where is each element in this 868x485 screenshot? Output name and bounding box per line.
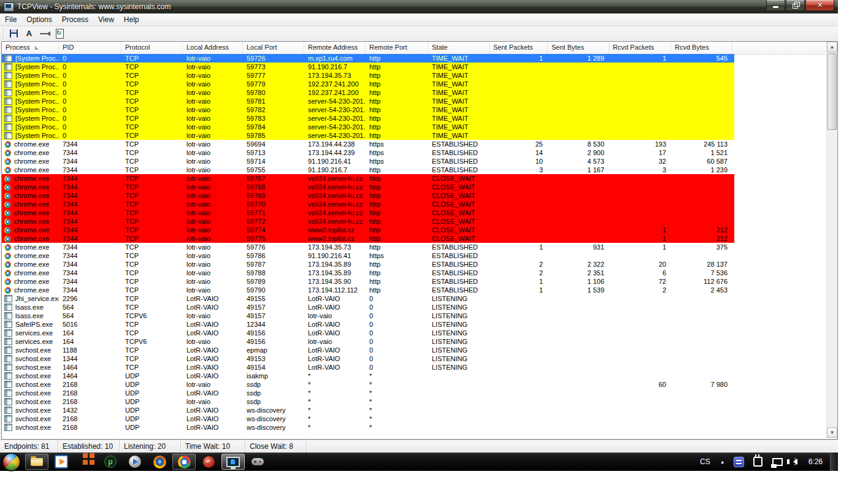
menu-item-view[interactable]: View <box>93 14 119 25</box>
table-row[interactable]: [System Proc...0TCPlotr-vaio59779192.237… <box>2 80 734 88</box>
table-row[interactable]: chrome.exe7344TCPlotr-vaio59767vs924.ser… <box>2 174 734 183</box>
table-row[interactable]: [System Proc...0TCPlotr-vaio59780192.237… <box>2 88 734 97</box>
menu-item-process[interactable]: Process <box>57 14 93 25</box>
show-desktop-button[interactable] <box>830 453 838 471</box>
title-bar[interactable]: TCPView - Sysinternals: www.sysinternals… <box>0 0 838 13</box>
volume-icon[interactable] <box>793 459 797 465</box>
table-row[interactable]: services.exe164TCPLotR-VAIO49156LotR-VAI… <box>2 329 734 337</box>
table-row[interactable]: chrome.exe7344TCPlotr-vaio59770vs924.ser… <box>2 200 734 208</box>
column-header-process[interactable]: Process◣ <box>2 42 59 54</box>
restore-button[interactable] <box>786 0 805 11</box>
firefox-taskbar-button[interactable] <box>148 454 171 470</box>
table-row[interactable]: chrome.exe7344TCPlotr-vaio59790173.194.1… <box>2 286 734 294</box>
column-header-local-port[interactable]: Local Port <box>243 42 304 54</box>
process-cell: svchost.exe <box>2 346 59 354</box>
local-port-cell: 49156 <box>243 337 304 346</box>
scrollbar-thumb[interactable] <box>828 53 837 130</box>
table-row[interactable]: [System Proc...0TCPlotr-vaio59785server-… <box>2 131 734 140</box>
table-row[interactable]: svchost.exe1188TCPLotR-VAIOepmapLotR-VAI… <box>2 346 734 354</box>
ime-icon[interactable] <box>734 457 744 467</box>
table-row[interactable]: chrome.exe7344TCPlotr-vaio59771vs924.ser… <box>2 208 734 217</box>
rcvd-packets-cell: 3 <box>609 166 671 174</box>
column-header-rcvd-packets[interactable]: Rcvd Packets <box>609 42 671 54</box>
table-row[interactable]: services.exe164TCPV6lotr-vaio49156lotr-v… <box>2 337 734 346</box>
minimize-button[interactable] <box>766 0 785 11</box>
table-row[interactable]: [System Proc...0TCPlotr-vaio59783server-… <box>2 114 734 123</box>
table-row[interactable]: lsass.exe564TCPLotR-VAIO49157LotR-VAIO0L… <box>2 303 734 311</box>
language-indicator[interactable]: CS <box>695 457 715 466</box>
table-row[interactable]: chrome.exe7344TCPlotr-vaio59789173.194.3… <box>2 277 734 286</box>
tcpview-taskbar-button[interactable] <box>221 454 245 470</box>
explorer-taskbar-button[interactable] <box>25 454 48 470</box>
disconnect-button[interactable] <box>37 28 52 40</box>
table-row[interactable]: [System Proc...0TCPlotr-vaio59782server-… <box>2 105 734 114</box>
column-header-local-address[interactable]: Local Address <box>183 42 243 54</box>
column-header-pid[interactable]: PID <box>59 42 121 54</box>
column-header-protocol[interactable]: Protocol <box>121 42 183 54</box>
table-row[interactable]: chrome.exe7344TCPlotr-vaio5975591.190.21… <box>2 166 734 174</box>
sent-bytes-cell <box>548 71 609 80</box>
sent-packets-cell <box>490 320 548 329</box>
table-row[interactable]: chrome.exe7344TCPlotr-vaio59772vs924.ser… <box>2 217 734 226</box>
table-row[interactable]: [System Proc...0TCPlotr-vaio59726m.xp1.r… <box>2 54 734 63</box>
table-row[interactable]: [System Proc...0TCPlotr-vaio59781server-… <box>2 97 734 105</box>
start-button[interactable] <box>3 454 20 470</box>
table-row[interactable]: svchost.exe2168UDPlotr-vaiossdp**607 980 <box>2 380 734 389</box>
table-row[interactable]: chrome.exe7344TCPlotr-vaio59774www2.topl… <box>2 226 734 234</box>
network-icon[interactable] <box>772 458 783 466</box>
table-row[interactable]: svchost.exe1432UDPLotR-VAIOws-discovery*… <box>2 406 734 414</box>
table-row[interactable]: svchost.exe1464UDPLotR-VAIOisakmp** <box>2 372 734 380</box>
protocol-cell: TCP <box>121 131 183 140</box>
hidden-icons-chevron-icon[interactable]: ▲ <box>715 459 730 465</box>
table-row[interactable]: Jhi_service.exe2296TCPLotR-VAIO49155LotR… <box>2 294 734 303</box>
table-row[interactable]: chrome.exe7344TCPlotr-vaio59776173.194.3… <box>2 243 734 251</box>
table-row[interactable]: [System Proc...0TCPlotr-vaio59784server-… <box>2 123 734 131</box>
table-row[interactable]: chrome.exe7344TCPlotr-vaio59768vs924.ser… <box>2 183 734 191</box>
menu-item-help[interactable]: Help <box>119 14 144 25</box>
column-header-state[interactable]: State <box>428 42 490 54</box>
table-row[interactable]: chrome.exe7344TCPlotr-vaio59769vs924.ser… <box>2 191 734 200</box>
column-header-rcvd-bytes[interactable]: Rcvd Bytes <box>671 42 732 54</box>
scroll-up-icon[interactable]: ▲ <box>827 42 837 52</box>
table-row[interactable]: chrome.exe7344TCPlotr-vaio59713173.194.4… <box>2 148 734 157</box>
table-row[interactable]: lsass.exe564TCPV6lotr-vaio49157lotr-vaio… <box>2 311 734 320</box>
table-row[interactable]: svchost.exe1344TCPLotR-VAIO49153LotR-VAI… <box>2 354 734 363</box>
table-row[interactable]: chrome.exe7344TCPlotr-vaio5971491.190.21… <box>2 157 734 166</box>
table-row[interactable]: svchost.exe1464TCPLotR-VAIO49154LotR-VAI… <box>2 363 734 372</box>
close-button[interactable]: ✕ <box>805 0 834 11</box>
red-taskbar-button[interactable] <box>197 454 220 470</box>
table-row[interactable]: svchost.exe2168UDPLotR-VAIOws-discovery*… <box>2 423 734 432</box>
table-row[interactable]: chrome.exe7344TCPlotr-vaio59775www2.topl… <box>2 234 734 243</box>
menu-item-options[interactable]: Options <box>21 14 56 25</box>
table-row[interactable]: chrome.exe7344TCPlotr-vaio59788173.194.3… <box>2 269 734 277</box>
refresh-button[interactable] <box>53 28 67 40</box>
table-row[interactable]: [System Proc...0TCPlotr-vaio59777173.194… <box>2 71 734 80</box>
wmp-taskbar-button[interactable] <box>50 454 73 470</box>
column-header-remote-address[interactable]: Remote Address <box>304 42 366 54</box>
game-taskbar-button[interactable] <box>246 454 269 470</box>
chrome-taskbar-button[interactable] <box>172 454 196 470</box>
save-button[interactable] <box>7 28 21 40</box>
vertical-scrollbar[interactable]: ▲ ▼ <box>826 42 837 438</box>
remote-port-cell: http <box>366 260 428 269</box>
power-plug-icon[interactable] <box>753 457 762 467</box>
table-row[interactable]: [System Proc...0TCPlotr-vaio5977391.190.… <box>2 63 734 71</box>
table-row[interactable]: chrome.exe7344TCPlotr-vaio59694173.194.4… <box>2 140 734 148</box>
table-row[interactable]: svchost.exe2168UDPlotr-vaiossdp** <box>2 397 734 406</box>
table-row[interactable]: svchost.exe2168UDPLotR-VAIOssdp** <box>2 389 734 397</box>
remote-address-cell: server-54-230-201... <box>304 105 366 114</box>
taskbar-clock[interactable]: 6:26 <box>800 457 830 466</box>
column-header-sent-packets[interactable]: Sent Packets <box>490 42 548 54</box>
table-row[interactable]: chrome.exe7344TCPlotr-vaio5978691.190.21… <box>2 251 734 260</box>
column-header-remote-port[interactable]: Remote Port <box>366 42 428 54</box>
table-row[interactable]: SafeIPS.exe5016TCPLotR-VAIO12344LotR-VAI… <box>2 320 734 329</box>
column-header-sent-bytes[interactable]: Sent Bytes <box>548 42 609 54</box>
utorrent-taskbar-button[interactable]: µ <box>99 454 122 470</box>
table-row[interactable]: chrome.exe7344TCPlotr-vaio59787173.194.3… <box>2 260 734 269</box>
player-taskbar-button[interactable] <box>123 454 147 470</box>
table-row[interactable]: svchost.exe2168UDPLotR-VAIOws-discovery*… <box>2 414 734 423</box>
office-taskbar-button[interactable] <box>74 454 98 470</box>
scroll-down-icon[interactable]: ▼ <box>827 427 837 438</box>
menu-item-file[interactable]: File <box>0 14 21 25</box>
font-button[interactable]: A <box>22 28 36 40</box>
